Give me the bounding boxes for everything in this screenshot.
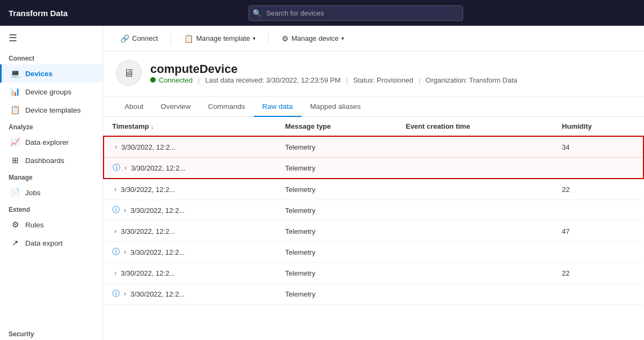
search-input[interactable] [248, 5, 463, 21]
manage-device-chevron-icon: ▾ [341, 35, 344, 41]
cell-humidity: 34 [553, 136, 643, 158]
tab-mapped-aliases[interactable]: Mapped aliases [302, 97, 370, 117]
connect-button[interactable]: 🔗 Connect [114, 31, 164, 46]
connect-icon: 🔗 [120, 34, 129, 43]
manage-device-icon: ⚙ [282, 34, 289, 43]
cell-humidity [553, 200, 643, 221]
timestamp-value: 3/30/2022, 12:2... [130, 206, 185, 215]
info-icon[interactable]: ⓘ [113, 163, 120, 173]
cell-timestamp: ⓘ›3/30/2022, 12:2... [104, 158, 276, 179]
data-table-wrapper: Timestamp ↓ Message type Event creation … [103, 117, 644, 305]
col-header-timestamp: Timestamp ↓ [104, 117, 276, 136]
sidebar-label-devices: Devices [25, 70, 53, 78]
sidebar-section-analyze: Analyze [0, 119, 103, 133]
expand-row-button[interactable]: › [112, 268, 119, 278]
device-header: 🖥 computeDevice Connected | Last data re… [103, 51, 644, 97]
cell-event-creation-time [397, 200, 553, 221]
table-row: ⓘ›3/30/2022, 12:2...Telemetry [104, 242, 643, 263]
hamburger-button[interactable]: ☰ [0, 26, 103, 50]
info-icon[interactable]: ⓘ [112, 247, 120, 257]
device-organization: Organization: Transform Data [426, 76, 517, 84]
sort-icon-timestamp[interactable]: ↓ [151, 123, 154, 130]
cell-humidity [553, 284, 643, 305]
sidebar-item-data-export[interactable]: ↗ Data export [0, 234, 103, 252]
manage-template-label: Manage template [196, 34, 250, 42]
sidebar-item-device-groups[interactable]: 📊 Device groups [0, 83, 103, 101]
cell-humidity [553, 242, 643, 263]
cell-event-creation-time [397, 284, 553, 305]
tab-commands[interactable]: Commands [200, 97, 254, 117]
expand-row-button[interactable]: › [112, 226, 119, 236]
sidebar-section-connect: Connect [0, 50, 103, 64]
expand-row-button[interactable]: › [112, 184, 119, 194]
app-title: Transform Data [9, 9, 68, 18]
table-row: ›3/30/2022, 12:2...Telemetry47 [104, 221, 643, 242]
sidebar-label-data-export: Data export [25, 239, 63, 247]
tab-raw-data[interactable]: Raw data [254, 97, 302, 117]
timestamp-value: 3/30/2022, 12:2... [121, 269, 175, 277]
info-icon[interactable]: ⓘ [112, 289, 120, 299]
content-area: 🖥 computeDevice Connected | Last data re… [103, 51, 644, 340]
connect-label: Connect [132, 34, 158, 42]
table-row: ›3/30/2022, 12:2...Telemetry22 [104, 263, 643, 284]
cell-timestamp: ›3/30/2022, 12:2... [104, 263, 276, 284]
sidebar-section-extend: Extend [0, 202, 103, 216]
sidebar-item-jobs[interactable]: 📄 Jobs [0, 183, 103, 202]
data-export-icon: ↗ [10, 238, 20, 248]
sidebar-item-rules[interactable]: ⚙ Rules [0, 216, 103, 234]
expand-row-button[interactable]: › [113, 142, 119, 152]
manage-template-button[interactable]: 📋 Manage template ▾ [178, 31, 261, 46]
sidebar-item-devices[interactable]: 💻 Devices [0, 64, 103, 83]
sidebar-label-rules: Rules [25, 221, 44, 229]
cell-message-type: Telemetry [276, 242, 397, 263]
cell-message-type: Telemetry [276, 221, 397, 242]
cell-message-type: Telemetry [276, 179, 397, 200]
cell-timestamp: ⓘ›3/30/2022, 12:2... [104, 284, 276, 305]
main-content: 🔗 Connect 📋 Manage template ▾ ⚙ Manage d… [103, 26, 644, 340]
sidebar-item-device-templates[interactable]: 📋 Device templates [0, 101, 103, 119]
search-icon: 🔍 [253, 9, 261, 17]
cell-humidity [553, 158, 643, 179]
cell-event-creation-time [397, 263, 553, 284]
manage-template-icon: 📋 [184, 34, 193, 43]
dashboards-icon: ⊞ [10, 156, 20, 165]
manage-template-chevron-icon: ▾ [253, 35, 255, 41]
table-row: ›3/30/2022, 12:2...Telemetry34 [104, 136, 643, 158]
expand-row-button[interactable]: › [122, 247, 128, 257]
device-name: computeDevice [150, 62, 517, 76]
info-icon[interactable]: ⓘ [112, 205, 120, 215]
layout: ☰ Connect 💻 Devices 📊 Device groups 📋 De… [0, 26, 644, 340]
col-header-event-creation-time: Event creation time [397, 117, 553, 136]
sidebar-item-dashboards[interactable]: ⊞ Dashboards [0, 151, 103, 169]
expand-row-button[interactable]: › [122, 205, 128, 215]
sidebar-label-data-explorer: Data explorer [25, 138, 69, 146]
toolbar: 🔗 Connect 📋 Manage template ▾ ⚙ Manage d… [103, 26, 644, 51]
timestamp-value: 3/30/2022, 12:2... [121, 227, 175, 235]
sidebar-item-data-explorer[interactable]: 📈 Data explorer [0, 133, 103, 151]
tab-about[interactable]: About [116, 97, 152, 117]
raw-data-table: Timestamp ↓ Message type Event creation … [103, 117, 644, 305]
tab-overview[interactable]: Overview [152, 97, 199, 117]
expand-row-button[interactable]: › [122, 289, 128, 299]
sidebar-section-security: Security [0, 326, 103, 340]
data-explorer-icon: 📈 [10, 137, 20, 147]
jobs-icon: 📄 [10, 188, 20, 197]
timestamp-value: 3/30/2022, 12:2... [130, 248, 185, 256]
toolbar-divider-1 [171, 32, 171, 45]
cell-humidity: 47 [553, 221, 643, 242]
expand-row-button[interactable]: › [122, 163, 129, 173]
search-container: 🔍 [248, 5, 463, 21]
table-row: ⓘ›3/30/2022, 12:2...Telemetry [104, 284, 643, 305]
manage-device-button[interactable]: ⚙ Manage device ▾ [275, 31, 350, 46]
cell-message-type: Telemetry [276, 263, 397, 284]
cell-message-type: Telemetry [276, 158, 397, 179]
device-groups-icon: 📊 [10, 87, 20, 97]
cell-timestamp: ›3/30/2022, 12:2... [104, 221, 276, 242]
cell-humidity: 22 [553, 263, 643, 284]
device-provisioned: Status: Provisioned [353, 76, 413, 84]
timestamp-value: 3/30/2022, 12:2... [121, 186, 175, 194]
cell-message-type: Telemetry [276, 284, 397, 305]
cell-event-creation-time [397, 158, 553, 179]
table-row: ⓘ›3/30/2022, 12:2...Telemetry [104, 158, 643, 179]
device-info: computeDevice Connected | Last data rece… [150, 62, 517, 84]
